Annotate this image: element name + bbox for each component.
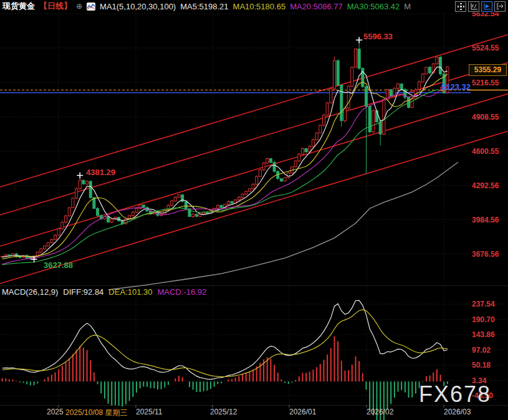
chart-toolbar (455, 1, 506, 12)
crosshair-date-label: 2025/10/08 星期三 (64, 408, 128, 418)
time-axis-label: 2026/03 (444, 408, 471, 416)
ma5-value: MA5:5198.21 (180, 2, 228, 11)
prev-close-label: 5123.32 (433, 82, 471, 92)
time-axis-label: 2025/11 (136, 408, 163, 416)
ma-group-label: MA1(5,10,20,30,100) (100, 2, 176, 11)
jump-latest-icon[interactable] (494, 1, 506, 12)
macd-dea-value: DEA:101.30 (108, 287, 152, 297)
low-price-annotation: 3627.88 (44, 260, 73, 270)
swing-high-annotation: 4381.29 (86, 168, 115, 177)
macd-axis-label: 143.86 (472, 330, 495, 339)
chart-window: 现货黄金 【日线】 ⊕ MA1(5,10,20,30,100) MA5:5198… (0, 0, 508, 420)
auto-scroll-icon[interactable] (481, 1, 492, 12)
ma20-value: MA20:5086.77 (290, 2, 343, 11)
macd-header: MACD(26,12,9) DIFF:92.84 DEA:101.30 MACD… (2, 287, 206, 297)
price-axis-label: 5524.55 (472, 44, 499, 52)
ma10-value: MA10:5180.65 (233, 2, 286, 11)
time-axis-label: 2026/01 (289, 408, 316, 416)
price-axis-label: 3676.56 (472, 250, 499, 259)
macd-diff-value: DIFF:92.84 (63, 287, 103, 297)
price-axis-label: 3984.56 (472, 216, 499, 224)
high-price-annotation: 5596.33 (363, 32, 393, 41)
current-price-box: 5355.29 (469, 64, 507, 76)
axis-scale-icon[interactable] (468, 1, 479, 12)
time-axis-label: 2026/02 (367, 408, 393, 416)
m-toggle[interactable]: M (404, 2, 411, 11)
legend-bar: 现货黄金 【日线】 ⊕ MA1(5,10,20,30,100) MA5:5198… (0, 0, 508, 12)
price-axis-label: 5216.55 (472, 79, 499, 87)
time-axis-label: 2025 (47, 408, 64, 416)
macd-axis-label: 97.02 (472, 346, 491, 355)
ma30-value: MA30:5063.42 (347, 2, 400, 11)
mini-chart-icon[interactable] (87, 2, 95, 11)
macd-macd-value: MACD:-16.92 (157, 287, 206, 297)
price-chart-svg[interactable] (0, 0, 508, 420)
price-axis-label: 4292.56 (472, 181, 499, 190)
price-axis-label: 4600.55 (472, 147, 499, 156)
time-axis-label: 2025/12 (210, 408, 237, 416)
instrument-title: 现货黄金 (2, 1, 35, 12)
macd-axis-label: 237.54 (472, 300, 495, 308)
fx678-watermark: FX678 (419, 381, 491, 408)
expand-icon[interactable]: ⊕ (76, 2, 82, 11)
period-selector[interactable]: 【日线】 (39, 1, 72, 12)
macd-title: MACD(26,12,9) (2, 287, 58, 297)
price-axis-label: 4908.55 (472, 113, 499, 122)
macd-axis-label: 50.18 (472, 361, 491, 370)
center-icon[interactable] (455, 1, 466, 12)
macd-axis-label: 190.70 (472, 315, 495, 324)
